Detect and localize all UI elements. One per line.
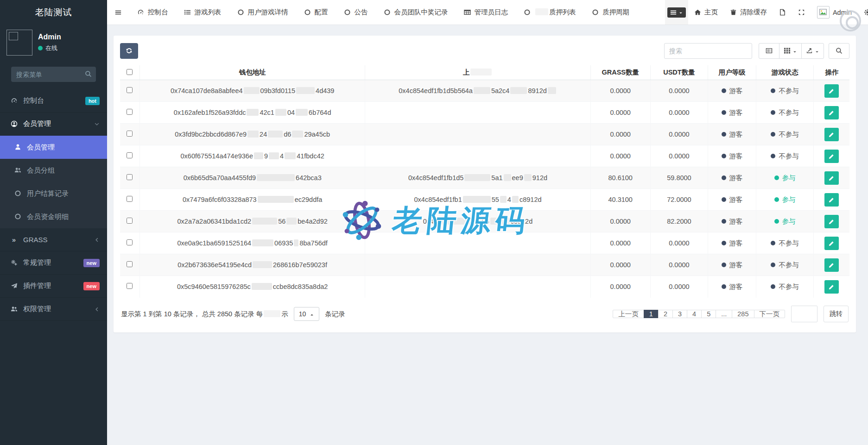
row-checkbox[interactable] <box>127 283 133 289</box>
user-level-cell: 游客 <box>708 124 756 145</box>
page-jump-input[interactable] <box>791 306 817 322</box>
edit-button[interactable] <box>824 106 839 119</box>
prev-page-button[interactable]: 上一页 <box>613 310 644 318</box>
sidebar-item-label: 权限管理 <box>23 305 90 313</box>
fullscreen-button[interactable] <box>792 9 811 16</box>
blur-patch <box>285 152 296 159</box>
user-level-cell: 游客 <box>708 254 756 276</box>
edit-button[interactable] <box>824 237 839 250</box>
sidebar-item-general[interactable]: 常规管理new <box>0 251 107 275</box>
tab-config[interactable]: 配置 <box>296 0 336 25</box>
game-status-cell: 参与 <box>756 189 813 211</box>
status-dot-icon <box>771 263 775 267</box>
tab-announcement[interactable]: 公告 <box>336 0 376 25</box>
blur-patch <box>275 109 286 116</box>
page-button-1[interactable]: 1 <box>644 310 659 318</box>
row-select-cell <box>120 102 139 124</box>
user-status: 在线 <box>38 44 61 52</box>
sidebar-item-member-groups[interactable]: 会员分组 <box>0 159 107 182</box>
corner-logo-mark <box>840 10 861 31</box>
row-checkbox[interactable] <box>127 218 133 224</box>
edit-button[interactable] <box>824 84 839 98</box>
refresh-button[interactable] <box>120 43 138 59</box>
game-status-badge: 不参与 <box>771 108 799 117</box>
clear-cache-button[interactable]: 清除缓存 <box>724 8 773 17</box>
page-size-dropdown[interactable]: 10 <box>294 307 320 321</box>
sidebar-item-grass[interactable]: »GRASS <box>0 228 107 251</box>
pencil-icon <box>829 175 835 182</box>
detail-view-button[interactable] <box>759 43 779 59</box>
sidebar-search-input[interactable] <box>11 67 96 82</box>
sidebar-item-user-settle-records[interactable]: 用户结算记录 <box>0 182 107 205</box>
tab-dashboard[interactable]: 控制台 <box>129 0 176 25</box>
edit-button[interactable] <box>824 150 839 163</box>
columns-dropdown-button[interactable] <box>779 43 802 59</box>
blur-patch <box>252 283 272 290</box>
user-icon <box>13 144 23 151</box>
tab-team-prize-records[interactable]: 会员团队中奖记录 <box>376 0 456 25</box>
sidebar-item-member[interactable]: 会员管理 <box>0 113 107 136</box>
edit-button[interactable] <box>824 128 839 141</box>
tab-admin-log[interactable]: 管理员日志 <box>456 0 516 25</box>
table-row: 0x6b65d5a70aa4455fd9642bca30x4c854edf1fb… <box>120 167 849 189</box>
parent-address-cell: 0x4c895c8912d <box>365 211 590 232</box>
edit-button[interactable] <box>824 258 839 272</box>
search-toggle-button[interactable] <box>829 43 849 59</box>
sidebar-item-addons[interactable]: 插件管理new <box>0 275 107 298</box>
sidebar: 老陆测试 Admin 在线 控制台hot会员管理会员管理会员分组用户结算记录会员… <box>0 0 107 445</box>
action-cell <box>814 124 849 145</box>
blur-patch <box>292 131 303 138</box>
game-status-cell: 不参与 <box>756 145 813 167</box>
edit-button[interactable] <box>824 193 839 207</box>
tab-user-game-detail[interactable]: 用户游戏详情 <box>229 0 296 25</box>
next-page-button[interactable]: 下一页 <box>754 310 786 318</box>
bars-icon <box>670 9 677 16</box>
status-dot-icon <box>774 175 779 180</box>
page-button-285[interactable]: 285 <box>732 310 754 318</box>
page-button-2[interactable]: 2 <box>658 310 673 318</box>
submenu-member: 会员管理会员分组用户结算记录会员资金明细 <box>0 136 107 228</box>
user-level-cell: 游客 <box>708 276 756 298</box>
sidebar-item-auth[interactable]: 权限管理 <box>0 298 107 321</box>
row-checkbox[interactable] <box>127 152 133 158</box>
sidebar-toggle-button[interactable] <box>107 0 129 25</box>
gear-icon <box>864 9 868 16</box>
page-button-3[interactable]: 3 <box>672 310 687 318</box>
tab-label: 配置 <box>315 8 328 17</box>
search-icon <box>836 47 843 55</box>
row-checkbox[interactable] <box>127 87 133 93</box>
usdt-amount-cell: 72.0000 <box>650 189 708 211</box>
page-jump-button[interactable]: 跳转 <box>824 306 849 322</box>
home-button[interactable]: 主页 <box>688 8 724 17</box>
parent-address-cell <box>365 276 590 298</box>
page-button-5[interactable]: 5 <box>701 310 716 318</box>
language-button[interactable] <box>773 9 792 16</box>
level-dot-icon <box>722 263 726 267</box>
tab-game-list[interactable]: 游戏列表 <box>176 0 229 25</box>
row-checkbox[interactable] <box>127 196 133 202</box>
tab-pledge-cycle[interactable]: 质押周期 <box>584 0 637 25</box>
edit-button[interactable] <box>824 171 839 185</box>
row-checkbox[interactable] <box>127 174 133 180</box>
parent-address-cell: 0x4c854edf1fb1554c8912d <box>365 189 590 211</box>
page-button-4[interactable]: 4 <box>687 310 702 318</box>
row-checkbox[interactable] <box>127 109 133 115</box>
edit-button[interactable] <box>824 215 839 228</box>
records-info-suffix: 条记录 <box>325 310 345 318</box>
export-dropdown-button[interactable] <box>801 43 824 59</box>
sidebar-item-member-list[interactable]: 会员管理 <box>0 136 107 159</box>
sidebar-item-dashboard[interactable]: 控制台hot <box>0 89 107 113</box>
select-all-checkbox[interactable] <box>127 69 133 75</box>
tab-pledge-list[interactable]: 质押列表 <box>516 0 584 25</box>
row-checkbox[interactable] <box>127 131 133 137</box>
tab-menu-dropdown[interactable] <box>665 0 688 25</box>
user-level-badge: 游客 <box>722 130 743 139</box>
level-dot-icon <box>722 175 726 180</box>
table-search-input[interactable] <box>664 43 752 59</box>
edit-button[interactable] <box>824 280 839 294</box>
user-level-cell: 游客 <box>708 211 756 232</box>
row-checkbox[interactable] <box>127 261 133 267</box>
sidebar-item-member-fund-details[interactable]: 会员资金明细 <box>0 205 107 228</box>
row-checkbox[interactable] <box>127 239 133 245</box>
game-status-badge: 参与 <box>774 174 796 182</box>
